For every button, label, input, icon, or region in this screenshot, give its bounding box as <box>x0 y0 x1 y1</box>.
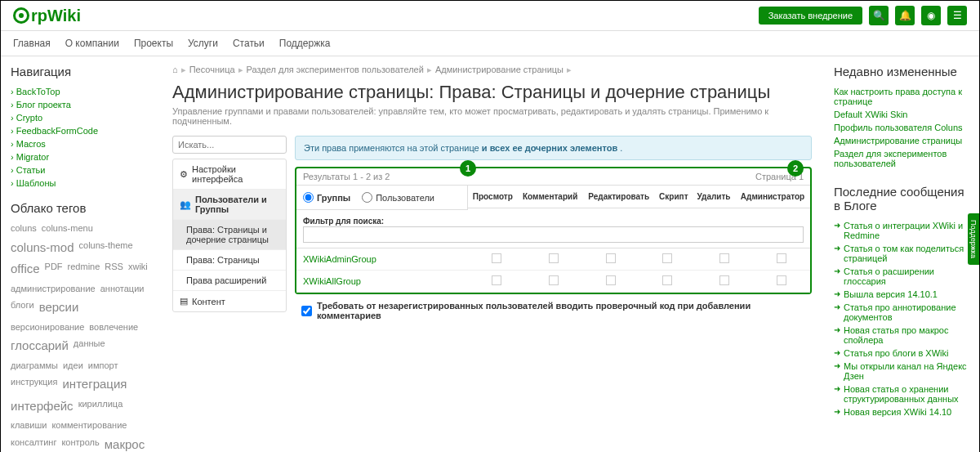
tag-link[interactable]: диаграммы <box>11 359 58 373</box>
tag-link[interactable]: идеи <box>63 359 83 373</box>
breadcrumb-item[interactable]: Администрирование страницы <box>435 65 564 74</box>
rights-col-header: Редактировать <box>583 186 655 208</box>
group-link[interactable]: XWikiAdminGroup <box>303 254 376 264</box>
recent-link[interactable]: Профиль пользователя Coluns <box>834 123 969 132</box>
tag-link[interactable]: аннотации <box>100 282 145 296</box>
blog-link[interactable]: Новая версия XWiki 14.10 <box>834 407 969 417</box>
right-checkbox[interactable] <box>492 253 501 263</box>
menu-icon[interactable]: ☰ <box>947 6 967 25</box>
right-checkbox[interactable] <box>492 275 501 285</box>
admin-menu-item[interactable]: ▤Контент <box>173 291 286 311</box>
tag-link[interactable]: клавиши <box>11 418 47 432</box>
nav-link[interactable]: Проекты <box>134 38 173 49</box>
tag-link[interactable]: инструкция <box>11 375 57 394</box>
tag-link[interactable]: блоги <box>11 298 34 317</box>
admin-search-input[interactable] <box>172 136 287 154</box>
blog-link[interactable]: Новая статья о хранении структурированны… <box>834 384 969 404</box>
tag-link[interactable]: coluns-theme <box>79 239 133 257</box>
tag-link[interactable]: консалтинг <box>11 436 56 453</box>
recent-link[interactable]: Администрирование страницы <box>834 136 969 145</box>
tag-link[interactable]: PDF <box>45 260 63 279</box>
nav-link[interactable]: Статьи <box>233 38 265 49</box>
admin-menu-item[interactable]: ⚙Настройки интерфейса <box>173 159 286 190</box>
blog-link[interactable]: Вышла версия 14.10.1 <box>834 289 969 299</box>
search-icon[interactable]: 🔍 <box>869 6 889 25</box>
blog-link[interactable]: Статья про блоги в XWiki <box>834 348 969 358</box>
admin-menu: ⚙Настройки интерфейса👥Пользователи и Гру… <box>172 159 287 312</box>
tag-link[interactable]: coluns-mod <box>11 239 74 257</box>
admin-menu-item[interactable]: Права расширений <box>173 271 286 291</box>
recent-link[interactable]: Default XWiki Skin <box>834 110 969 119</box>
tag-link[interactable]: интеграция <box>62 375 127 394</box>
tag-link[interactable]: redmine <box>68 260 100 279</box>
right-checkbox[interactable] <box>549 275 559 285</box>
tag-link[interactable]: coluns <box>11 222 37 235</box>
tag-link[interactable]: импорт <box>88 359 118 373</box>
left-nav-item[interactable]: Шаблоны <box>11 177 150 190</box>
nav-link[interactable]: Услуги <box>188 38 218 49</box>
right-checkbox[interactable] <box>606 253 616 263</box>
tag-link[interactable]: комментирование <box>51 418 127 432</box>
recent-link[interactable]: Как настроить права доступа к странице <box>834 87 969 106</box>
tag-link[interactable]: данные <box>74 337 105 356</box>
tag-link[interactable]: интерфейс <box>11 397 74 416</box>
right-checkbox[interactable] <box>777 275 786 285</box>
left-nav-item[interactable]: Статьи <box>11 163 150 177</box>
tag-link[interactable]: глоссарий <box>11 337 69 356</box>
support-tab[interactable]: Поддержка <box>968 213 979 265</box>
left-nav-item[interactable]: Блог проекта <box>11 98 150 111</box>
right-checkbox[interactable] <box>662 275 672 285</box>
blog-link[interactable]: Статья о том как поделиться страницей <box>834 244 969 263</box>
bell-icon[interactable]: 🔔 <box>895 6 915 25</box>
left-nav-list: BackToTopБлог проектаCryptoFeedbackFormC… <box>11 85 150 190</box>
tag-link[interactable]: xwiki <box>128 260 148 279</box>
right-checkbox[interactable] <box>549 253 559 263</box>
rights-col-header: Комментарий <box>518 186 583 208</box>
radio-users[interactable]: Пользователи <box>362 192 434 203</box>
blog-link[interactable]: Статья о расширении глоссария <box>834 266 969 286</box>
blog-link[interactable]: Статья о интеграции XWiki и Redmine <box>834 221 969 240</box>
tag-link[interactable]: макрос <box>105 436 145 453</box>
nav-link[interactable]: Поддержка <box>279 38 331 49</box>
tag-link[interactable]: версионирование <box>11 320 84 334</box>
order-button[interactable]: Заказать внедрение <box>759 7 862 25</box>
blog-link[interactable]: Мы открыли канал на Яндекс Дзен <box>834 361 969 381</box>
captcha-checkbox[interactable] <box>301 306 312 316</box>
left-nav-item[interactable]: Crypto <box>11 111 150 124</box>
recent-link[interactable]: Раздел для экспериментов пользователей <box>834 149 969 168</box>
admin-menu-item[interactable]: 👥Пользователи и Группы <box>173 190 286 220</box>
tag-link[interactable]: вовлечение <box>89 320 138 334</box>
user-icon[interactable]: ◉ <box>921 6 941 25</box>
tag-link[interactable]: кириллица <box>78 397 123 416</box>
breadcrumb-item[interactable]: Песочница <box>189 65 235 74</box>
tag-link[interactable]: версии <box>39 298 79 317</box>
left-nav-item[interactable]: Migrator <box>11 150 150 163</box>
tag-link[interactable]: RSS <box>105 260 123 279</box>
right-checkbox[interactable] <box>777 253 786 263</box>
admin-menu-item[interactable]: Права: Страницы <box>173 250 286 271</box>
blog-link[interactable]: Статья про аннотирование документов <box>834 302 969 322</box>
group-link[interactable]: XWikiAllGroup <box>303 276 361 286</box>
tag-link[interactable]: office <box>11 260 40 279</box>
filter-input[interactable] <box>303 226 804 243</box>
left-nav-item[interactable]: Macros <box>11 137 150 150</box>
logo[interactable]: rpWiki <box>13 7 81 25</box>
home-icon[interactable]: ⌂ <box>172 65 178 74</box>
breadcrumb-item[interactable]: Раздел для экспериментов пользователей <box>247 65 424 74</box>
right-checkbox[interactable] <box>719 253 729 263</box>
blog-link[interactable]: Новая статья про макрос спойлера <box>834 325 969 345</box>
tag-link[interactable]: coluns-menu <box>42 222 93 235</box>
nav-link[interactable]: Главная <box>13 38 51 49</box>
left-nav-item[interactable]: FeedbackFormCode <box>11 124 150 137</box>
radio-groups[interactable]: Группы <box>303 192 350 203</box>
admin-menu-item[interactable]: Права: Страницы и дочерние страницы <box>173 220 286 250</box>
nav-link[interactable]: О компании <box>65 38 119 49</box>
right-checkbox[interactable] <box>606 275 616 285</box>
tag-link[interactable]: администрирование <box>11 282 96 296</box>
tag-link[interactable]: контроль <box>61 436 99 453</box>
right-checkbox[interactable] <box>662 253 672 263</box>
info-link[interactable]: и всех <box>482 143 510 153</box>
right-checkbox[interactable] <box>719 275 729 285</box>
left-nav-item[interactable]: BackToTop <box>11 85 150 98</box>
info-link[interactable]: ее дочерних элементов <box>512 143 617 153</box>
